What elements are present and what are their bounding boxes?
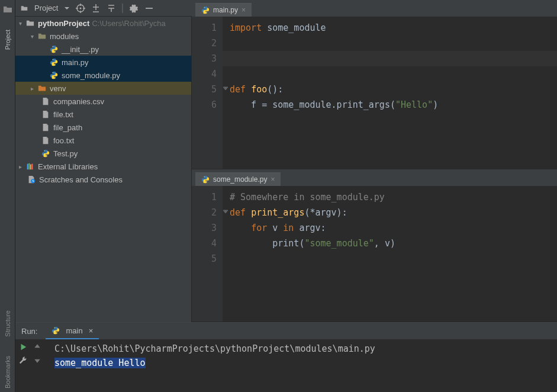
- tree-file-foo[interactable]: foo.txt: [15, 134, 191, 147]
- root-path: C:\Users\Rohit\Pycha: [92, 19, 165, 28]
- tree-file-companies[interactable]: companies.csv: [15, 95, 191, 108]
- expand-all-icon[interactable]: [91, 4, 101, 13]
- toolbar-label: Project: [34, 4, 58, 12]
- project-tree[interactable]: ▾ pythonProject C:\Users\Rohit\Pycha ▾ m…: [15, 17, 192, 322]
- down-icon[interactable]: [33, 356, 41, 364]
- tab-label: some_module.py: [213, 175, 267, 184]
- run-output[interactable]: C:\Users\Rohit\PycharmProjects\pythonPro…: [51, 339, 557, 392]
- bookmarks-rail-tab[interactable]: Bookmarks: [3, 352, 12, 392]
- tree-file-filepath[interactable]: file_path: [15, 121, 191, 134]
- tab-label: main.py: [213, 6, 238, 14]
- run-stdout: some_module Hello: [54, 358, 146, 368]
- code-editor-main[interactable]: 123456 import some_module def foo(): f =…: [192, 17, 557, 169]
- project-tool-icon[interactable]: [3, 5, 12, 14]
- python-icon: [201, 175, 210, 184]
- run-tab-label: main: [66, 326, 82, 335]
- structure-rail-tab[interactable]: Structure: [3, 307, 12, 340]
- tree-external-libs[interactable]: ▸ External Libraries: [15, 160, 191, 173]
- code-content[interactable]: import some_module def foo(): f = some_m…: [223, 17, 557, 169]
- code-editor-some-module[interactable]: 12345 # Somewhere in some_module.py def …: [192, 186, 557, 322]
- editor-tabbar-2: some_module.py ×: [192, 169, 557, 186]
- close-icon[interactable]: ×: [242, 6, 246, 14]
- tree-root[interactable]: ▾ pythonProject C:\Users\Rohit\Pycha: [15, 17, 191, 30]
- root-name: pythonProject: [38, 19, 89, 28]
- editor-pane-some-module: some_module.py × 12345 # Somewhere in so…: [192, 169, 557, 322]
- close-icon[interactable]: ×: [271, 175, 275, 184]
- python-icon: [51, 326, 60, 335]
- python-icon: [201, 6, 210, 14]
- tree-file-filetxt[interactable]: file.txt: [15, 108, 191, 121]
- editor-tabbar-1: main.py ×: [192, 0, 557, 17]
- dropdown-icon[interactable]: [64, 5, 70, 11]
- tree-scratches[interactable]: Scratches and Consoles: [15, 173, 191, 186]
- code-content[interactable]: # Somewhere in some_module.py def print_…: [223, 186, 557, 322]
- run-tab[interactable]: main ×: [46, 323, 99, 339]
- settings-icon[interactable]: [129, 4, 139, 13]
- tree-modules[interactable]: ▾ modules: [15, 30, 191, 43]
- hide-icon[interactable]: [144, 4, 154, 13]
- wrench-icon[interactable]: [19, 356, 27, 364]
- tree-file-init[interactable]: __init__.py: [15, 43, 191, 56]
- tree-file-main[interactable]: main.py: [15, 56, 191, 69]
- project-rail-tab[interactable]: Project: [3, 26, 12, 53]
- rerun-icon[interactable]: [19, 343, 27, 351]
- gutter: 123456: [192, 17, 223, 169]
- tree-file-some-module[interactable]: some_module.py: [15, 69, 191, 82]
- tab-main[interactable]: main.py ×: [195, 3, 252, 17]
- run-label: Run:: [15, 327, 43, 336]
- left-tool-rail: Project Structure Bookmarks: [0, 0, 15, 392]
- tree-venv[interactable]: ▸ venv: [15, 82, 191, 95]
- run-controls: [15, 339, 51, 392]
- run-command: C:\Users\Rohit\PycharmProjects\pythonPro…: [54, 342, 553, 356]
- run-tool-window: Run: main × C:\Users\Rohit\PycharmProjec…: [15, 322, 557, 392]
- gutter: 12345: [192, 186, 223, 322]
- close-icon[interactable]: ×: [89, 326, 94, 335]
- folder-icon: [20, 5, 28, 12]
- up-icon[interactable]: [33, 343, 41, 351]
- locate-icon[interactable]: [76, 4, 85, 13]
- tab-some-module[interactable]: some_module.py ×: [195, 172, 281, 186]
- collapse-all-icon[interactable]: [107, 4, 116, 13]
- tree-file-test[interactable]: Test.py: [15, 147, 191, 160]
- project-toolbar: Project: [15, 0, 192, 17]
- editor-pane-main: 123456 import some_module def foo(): f =…: [192, 17, 557, 169]
